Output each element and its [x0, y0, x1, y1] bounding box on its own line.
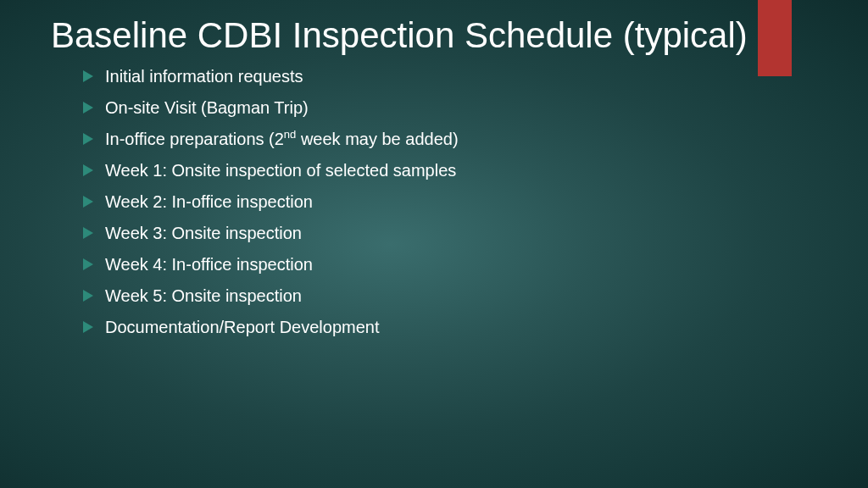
bullet-text-pre: Initial information requests [105, 67, 303, 86]
bullet-list: Initial information requestsOn-site Visi… [51, 64, 817, 340]
bullet-text: Documentation/Report Development [105, 315, 380, 340]
triangle-marker-icon [83, 102, 93, 114]
bullet-item: On-site Visit (Bagman Trip) [83, 96, 817, 120]
bullet-text: Week 1: Onsite inspection of selected sa… [105, 158, 456, 183]
bullet-text: In-office preparations (2nd week may be … [105, 127, 459, 152]
bullet-text-pre: Documentation/Report Development [105, 318, 380, 336]
triangle-marker-icon [83, 258, 93, 270]
bullet-text-pre: Week 5: Onsite inspection [105, 286, 302, 305]
bullet-item: Week 4: In-office inspection [83, 252, 817, 277]
bullet-text: On-site Visit (Bagman Trip) [105, 96, 309, 120]
triangle-marker-icon [83, 133, 93, 145]
bullet-item: Week 3: Onsite inspection [83, 221, 817, 246]
triangle-marker-icon [83, 227, 93, 239]
bullet-text: Week 2: In-office inspection [105, 190, 313, 214]
bullet-text-pre: Week 2: In-office inspection [105, 192, 313, 211]
bullet-text-pre: Week 1: Onsite inspection of selected sa… [105, 161, 456, 180]
bullet-text-pre: In-office preparations (2 [105, 130, 284, 148]
bullet-text-superscript: nd [284, 129, 296, 141]
bullet-text: Initial information requests [105, 64, 303, 89]
bullet-text: Week 3: Onsite inspection [105, 221, 302, 246]
bullet-text-pre: Week 3: Onsite inspection [105, 224, 302, 242]
bullet-text: Week 4: In-office inspection [105, 252, 313, 277]
bullet-item: Week 2: In-office inspection [83, 190, 817, 214]
accent-bar [758, 0, 792, 76]
bullet-text-post: week may be added) [296, 130, 458, 148]
bullet-item: Week 5: Onsite inspection [83, 284, 817, 308]
triangle-marker-icon [83, 290, 93, 302]
bullet-text-pre: Week 4: In-office inspection [105, 255, 313, 274]
bullet-text: Week 5: Onsite inspection [105, 284, 302, 308]
bullet-item: In-office preparations (2nd week may be … [83, 127, 817, 152]
slide-title: Baseline CDBI Inspection Schedule (typic… [51, 15, 817, 56]
bullet-text-pre: On-site Visit (Bagman Trip) [105, 98, 309, 117]
triangle-marker-icon [83, 70, 93, 82]
bullet-item: Initial information requests [83, 64, 817, 89]
bullet-item: Week 1: Onsite inspection of selected sa… [83, 158, 817, 183]
triangle-marker-icon [83, 321, 93, 333]
slide-content: Baseline CDBI Inspection Schedule (typic… [0, 0, 868, 340]
bullet-item: Documentation/Report Development [83, 315, 817, 340]
triangle-marker-icon [83, 164, 93, 176]
triangle-marker-icon [83, 196, 93, 208]
